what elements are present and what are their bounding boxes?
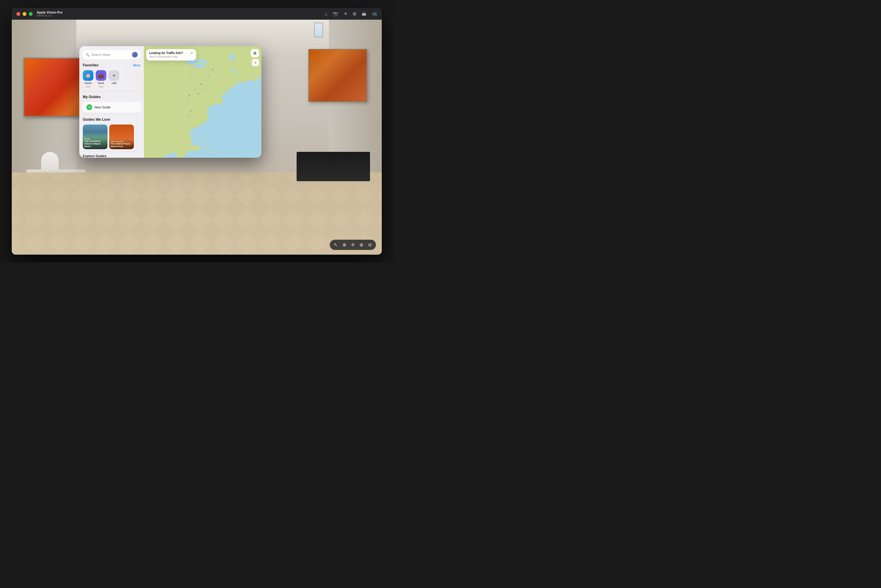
zoom-out-icon[interactable]: ⊖ (368, 242, 372, 248)
svg-point-23 (186, 100, 187, 101)
screenshot-icon[interactable]: 📷 (333, 11, 338, 16)
work-sublabel: Add (99, 86, 103, 88)
guide-card-miami-beach-overlay: MIAMI Top Oceanfront Hotels in Miami Bea… (83, 136, 108, 149)
favorite-home[interactable]: 🏠 Home Add (83, 70, 93, 88)
title-bar: Apple Vision Pro visionOS 1.0 ⌂ 📷 ☀ ⊞ 🏔 … (12, 8, 382, 20)
svg-point-22 (189, 95, 190, 96)
svg-point-6 (210, 150, 212, 151)
add-label: Add (112, 82, 116, 85)
skylight-right (314, 22, 323, 37)
svg-point-20 (195, 89, 196, 90)
svg-point-13 (203, 62, 208, 64)
floor (12, 172, 382, 255)
home-label: Home (85, 82, 91, 85)
guide-card-miami-beach[interactable]: MIAMI Top Oceanfront Hotels in Miami Bea… (83, 124, 108, 149)
traffic-close-icon[interactable]: ✕ (190, 51, 193, 55)
traffic-grid-icon: ⊞ (253, 51, 256, 55)
guide-title-miami: Top Oceanfront Hotels in Miami Beach (84, 140, 106, 148)
add-fav-icon: ＋ (109, 70, 119, 81)
guide-card-pizza-overlay: INFATUATION The 19 Best Places Miami Piz… (109, 139, 134, 149)
maps-container: 🔍 Search Maps 👤 Favorites More 🏠 Home (79, 46, 261, 158)
add-circle-icon[interactable]: ⊕ (342, 242, 346, 248)
brightness-icon[interactable]: ☀ (343, 11, 348, 16)
home-icon[interactable]: ⌂ (325, 12, 327, 16)
new-guide-plus-icon: + (86, 104, 92, 110)
favorites-title: Favorites (83, 63, 98, 67)
guide-card-pizza[interactable]: INFATUATION The 19 Best Places Miami Piz… (109, 124, 134, 149)
favorites-more[interactable]: More (133, 63, 140, 67)
svg-rect-3 (12, 172, 382, 255)
minimize-button[interactable] (22, 12, 26, 16)
guide-title-pizza: The 19 Best Places Miami Pizza (111, 142, 132, 148)
app-subtitle: visionOS 1.0 (37, 14, 63, 17)
svg-point-17 (204, 80, 205, 81)
home-fav-icon: 🏠 (83, 70, 93, 81)
svg-point-7 (213, 152, 215, 153)
svg-point-8 (217, 154, 219, 155)
display-icon[interactable]: ⊞ (353, 11, 357, 16)
svg-point-15 (212, 69, 213, 70)
traffic-popup: Looking for Traffic Info? Tap to choose … (146, 49, 196, 60)
artwork-right (308, 49, 367, 102)
home-sublabel: Add (86, 86, 90, 88)
bench-right (297, 152, 370, 181)
landscape-icon[interactable]: 🏔 (362, 12, 366, 16)
video-icon[interactable]: 📹 (372, 11, 377, 16)
title-info: Apple Vision Pro visionOS 1.0 (37, 10, 63, 17)
work-label: Work (98, 82, 104, 85)
my-guides-title: My Guides (83, 95, 101, 99)
favorites-row: 🏠 Home Add 💼 Work Add ＋ Add (79, 69, 144, 91)
title-bar-right: ⌂ 📷 ☀ ⊞ 🏔 📹 (325, 11, 377, 16)
globe-icon[interactable]: ⊕ (360, 242, 363, 248)
svg-point-14 (195, 64, 205, 68)
favorite-work[interactable]: 💼 Work Add (96, 70, 106, 88)
move-icon[interactable]: ✛ (351, 242, 355, 248)
svg-point-18 (201, 84, 202, 85)
map-background: Looking for Traffic Info? Tap to choose … (144, 46, 261, 158)
traffic-lights (16, 12, 33, 16)
room-background: 🔍 Search Maps 👤 Favorites More 🏠 Home (12, 20, 382, 255)
close-button[interactable] (16, 12, 20, 16)
svg-point-10 (204, 141, 205, 143)
search-input[interactable]: Search Maps (91, 53, 130, 56)
svg-point-25 (189, 116, 190, 117)
fullscreen-button[interactable] (29, 12, 33, 16)
traffic-popup-subtitle: Tap to choose your map. (149, 55, 188, 58)
new-guide-label: New Guide (94, 105, 111, 109)
favorites-header: Favorites More (79, 62, 144, 69)
favorite-add[interactable]: ＋ Add (109, 70, 119, 88)
map-compass[interactable]: ✈ (252, 59, 259, 66)
guide-cards: MIAMI Top Oceanfront Hotels in Miami Bea… (79, 123, 144, 152)
explore-title: Explore Guides (83, 154, 140, 158)
my-guides-section: My Guides + New Guide (79, 92, 144, 112)
app-title: Apple Vision Pro (37, 10, 63, 14)
svg-point-21 (198, 93, 199, 94)
maps-map[interactable]: Looking for Traffic Info? Tap to choose … (144, 46, 261, 158)
search-icon: 🔍 (85, 53, 90, 57)
traffic-popup-title: Looking for Traffic Info? (149, 51, 188, 55)
user-avatar[interactable]: 👤 (132, 52, 138, 58)
explore-guides-section: Explore Guides Where do you want to expl… (79, 152, 144, 158)
svg-point-19 (205, 88, 206, 89)
guides-we-love-section: Guides We Love MIAMI Top Oceanfront Hote… (79, 114, 144, 152)
svg-point-9 (201, 138, 203, 141)
my-guides-header: My Guides (79, 94, 144, 101)
bottom-toolbar: ↖ ⊕ ✛ ⊕ ⊖ (330, 240, 376, 250)
new-guide-button[interactable]: + New Guide (82, 102, 141, 112)
guides-we-love-header: Guides We Love (79, 116, 144, 123)
cursor-icon[interactable]: ↖ (334, 242, 338, 248)
compass-icon: ✈ (254, 61, 257, 64)
traffic-icon-button[interactable]: ⊞ (251, 49, 259, 57)
guides-we-love-title: Guides We Love (83, 117, 110, 122)
svg-point-5 (205, 147, 209, 149)
mac-window: Apple Vision Pro visionOS 1.0 ⌂ 📷 ☀ ⊞ 🏔 … (12, 8, 382, 255)
room-scene: 🔍 Search Maps 👤 Favorites More 🏠 Home (12, 20, 382, 255)
maps-sidebar: 🔍 Search Maps 👤 Favorites More 🏠 Home (79, 46, 144, 158)
search-bar[interactable]: 🔍 Search Maps 👤 (82, 50, 141, 60)
work-fav-icon: 💼 (96, 70, 106, 81)
svg-point-11 (186, 60, 198, 64)
traffic-popup-content: Looking for Traffic Info? Tap to choose … (149, 51, 188, 58)
